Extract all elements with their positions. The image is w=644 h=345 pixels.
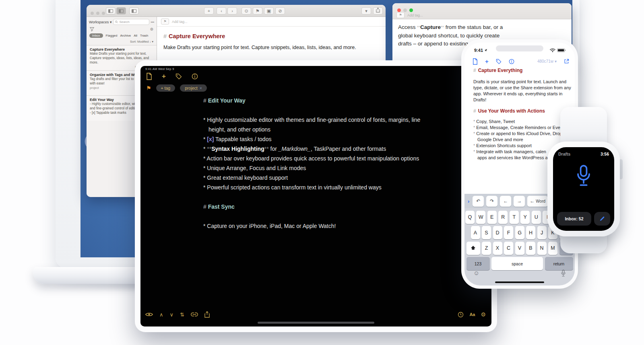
tab-flagged[interactable]: Flagged: [106, 34, 118, 37]
traffic-lights[interactable]: [91, 9, 107, 16]
inbox-count-button[interactable]: Inbox: 52: [557, 212, 591, 226]
flag-icon[interactable]: ⚑: [161, 18, 169, 25]
key[interactable]: M: [548, 242, 557, 255]
search-input[interactable]: Search: [113, 19, 149, 25]
append-icon[interactable]: +: [162, 72, 166, 80]
watch-time: 3:56: [601, 152, 609, 156]
ipad-editor-text[interactable]: # Edit Your Way * Highly customizable ed…: [203, 96, 436, 231]
append-icon[interactable]: +: [485, 58, 489, 65]
link-mode-icon[interactable]: [191, 312, 198, 316]
add-tag-field[interactable]: Add tag...: [172, 20, 188, 24]
shift-icon: [471, 246, 476, 251]
tab-all[interactable]: All: [134, 34, 137, 37]
key[interactable]: W: [476, 211, 485, 224]
key[interactable]: Z: [482, 242, 491, 255]
compose-button[interactable]: [594, 212, 610, 226]
tag-icon[interactable]: [175, 73, 182, 80]
preview-eye-icon[interactable]: [145, 312, 153, 317]
add-tag-field[interactable]: Add tag...: [407, 13, 423, 17]
dictate-mic-icon[interactable]: [576, 164, 592, 187]
key[interactable]: F: [504, 226, 513, 239]
actions-menu-caret[interactable]: ▾: [361, 7, 371, 14]
editor-only-toggle-icon[interactable]: [129, 7, 139, 14]
emoji-keyboard-icon[interactable]: ☺: [473, 269, 479, 276]
sidebar-toggle-icon[interactable]: [106, 7, 116, 14]
pencil-icon: [599, 216, 605, 222]
key[interactable]: X: [493, 242, 502, 255]
share-icon[interactable]: [204, 311, 210, 318]
tab-trash[interactable]: Trash: [140, 34, 148, 37]
sort-control[interactable]: Sort: Modified ↓ ▾: [87, 39, 157, 45]
draft-heading: Capture Everywhere: [169, 33, 225, 39]
search-icon: [115, 21, 118, 23]
share-icon[interactable]: [373, 7, 383, 14]
key[interactable]: Y: [520, 211, 530, 224]
info-icon[interactable]: [509, 59, 514, 64]
add-tag-pill[interactable]: + tag: [156, 84, 175, 92]
editor-text-area[interactable]: #Capture Everywhere Make Drafts your sta…: [157, 27, 386, 57]
key[interactable]: V: [515, 242, 524, 255]
wifi-icon: [550, 48, 555, 52]
previous-draft-button[interactable]: ‹: [217, 7, 226, 14]
tag-pill-project[interactable]: project×: [180, 84, 207, 92]
expand-icon[interactable]: ∨: [170, 312, 174, 318]
key[interactable]: A: [471, 226, 480, 239]
settings-gear-icon[interactable]: ⚙: [481, 311, 486, 318]
action-bar-expand-icon[interactable]: ›: [468, 198, 469, 204]
version-history-icon[interactable]: [458, 312, 464, 318]
info-icon[interactable]: [192, 73, 198, 80]
key[interactable]: D: [493, 226, 502, 239]
key[interactable]: E: [487, 211, 497, 224]
new-draft-button[interactable]: +: [204, 7, 214, 14]
undo-button[interactable]: ↶: [473, 196, 484, 207]
markdown-hash: #: [203, 203, 206, 210]
select-drafts-icon[interactable]: ⊕: [150, 27, 153, 31]
task-checkbox[interactable]: [x]: [207, 136, 214, 142]
key[interactable]: R: [498, 211, 508, 224]
collapse-icon[interactable]: ∧: [159, 312, 163, 318]
key[interactable]: Q: [465, 211, 475, 224]
flag-icon[interactable]: ⚑: [146, 85, 151, 91]
more-button[interactable]: •••: [151, 20, 154, 24]
workspaces-menu[interactable]: Workspaces ▾: [89, 20, 111, 24]
link-mode-icon[interactable]: ⊘: [275, 7, 285, 14]
next-draft-button[interactable]: ›: [227, 7, 237, 14]
tab-archive[interactable]: Archive: [120, 34, 131, 37]
key[interactable]: N: [537, 242, 547, 255]
key[interactable]: J: [537, 226, 547, 239]
markdown-hash: #: [473, 108, 476, 114]
key[interactable]: U: [532, 211, 541, 224]
text-appearance-icon[interactable]: Aa: [469, 312, 475, 317]
workspace-selector[interactable]: 480c71w▾: [537, 59, 557, 64]
new-draft-icon[interactable]: [146, 73, 152, 80]
flag-icon[interactable]: ⚑: [396, 12, 405, 18]
list-toggle-icon[interactable]: [116, 7, 126, 14]
remove-tag-icon[interactable]: ×: [200, 86, 202, 90]
tab-inbox[interactable]: Inbox: [89, 33, 103, 38]
flag-icon[interactable]: ⚑: [253, 7, 262, 14]
location-arrow-icon: [484, 49, 487, 52]
arrange-mode-icon[interactable]: ⇅: [180, 312, 184, 318]
ipad-device: 9:41 AM Wed Sep 9 + ⚑ + tag project× # E…: [135, 60, 497, 332]
key[interactable]: G: [515, 226, 524, 239]
shift-key[interactable]: [466, 242, 480, 255]
external-link-icon[interactable]: [564, 59, 569, 64]
new-draft-icon[interactable]: [473, 58, 478, 65]
markdown-hash: #: [163, 33, 167, 39]
filter-icon[interactable]: [90, 27, 94, 31]
word-left-button[interactable]: ←Word: [527, 196, 548, 207]
key[interactable]: B: [526, 242, 535, 255]
redo-button[interactable]: ↷: [486, 196, 497, 207]
key[interactable]: T: [510, 211, 519, 224]
key[interactable]: H: [526, 226, 535, 239]
cursor-left-button[interactable]: ←: [500, 196, 511, 207]
archive-icon[interactable]: ▣: [264, 7, 274, 14]
cursor-right-button[interactable]: →: [514, 196, 525, 207]
dictation-mic-icon[interactable]: [561, 269, 566, 277]
home-indicator: [258, 322, 374, 324]
tag-icon[interactable]: [496, 59, 502, 64]
watch-screen: Drafts 3:56 Inbox: 52: [553, 147, 614, 231]
key[interactable]: S: [482, 226, 491, 239]
key[interactable]: C: [504, 242, 513, 255]
dictate-icon[interactable]: ⊙: [242, 7, 251, 14]
